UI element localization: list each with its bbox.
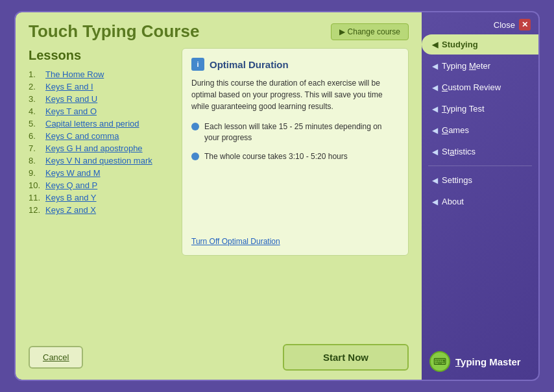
list-item: 7.Keys G H and apostrophe [29, 143, 171, 153]
sidebar-item-statistics[interactable]: ◀ Statistics [422, 141, 538, 162]
nav-label-settings: Settings [442, 175, 472, 185]
sidebar-item-games[interactable]: ◀ Games [422, 120, 538, 140]
chevron-left-icon: ◀ [432, 176, 438, 185]
lesson-link-3[interactable]: Keys R and U [45, 94, 97, 104]
nav-label-about: About [442, 197, 464, 206]
list-item: 1.The Home Row [29, 69, 171, 79]
list-item: 3.Keys R and U [29, 94, 171, 104]
nav-label-typing-test: Typing Test [442, 104, 485, 114]
lessons-panel: Lessons 1.The Home Row 2.Keys E and I 3.… [29, 48, 171, 331]
lesson-link-11[interactable]: Keys B and Y [45, 193, 97, 202]
chevron-left-icon: ◀ [432, 126, 438, 135]
lesson-link-5[interactable]: Capital letters and period [45, 119, 139, 129]
turn-off-link[interactable]: Turn Off Optimal Duration [191, 237, 399, 246]
info-bullets: Each lesson will take 15 - 25 minutes de… [191, 121, 399, 162]
info-panel-header: i Optimal Duration [191, 58, 399, 71]
lesson-link-4[interactable]: Keys T and O [45, 106, 97, 116]
lesson-link-7[interactable]: Keys G H and apostrophe [45, 143, 143, 153]
lessons-list: 1.The Home Row 2.Keys E and I 3.Keys R a… [29, 69, 171, 215]
lesson-link-6[interactable]: Keys C and comma [45, 131, 119, 141]
nav-label-studying: Studying [442, 40, 478, 49]
main-header: Touch Typing Course ▶ Change course [16, 12, 422, 48]
app-title: Touch Typing Course [29, 21, 199, 42]
lesson-link-2[interactable]: Keys E and I [45, 82, 93, 92]
nav-label-typing-meter: Typing Meter [442, 61, 490, 71]
sidebar-item-custom-review[interactable]: ◀ Custom Review [422, 77, 538, 97]
sidebar-item-studying[interactable]: ◀ Studying [422, 34, 538, 55]
typing-master-logo: Typing Master [429, 351, 521, 372]
close-button[interactable]: ✕ [519, 19, 531, 31]
sidebar-close-area: Close ✕ [422, 12, 538, 34]
info-bullet-2: The whole course takes 3:10 - 5:20 hours [191, 151, 399, 162]
content-area: Lessons 1.The Home Row 2.Keys E and I 3.… [16, 48, 422, 337]
nav-label-statistics: Statistics [442, 147, 476, 156]
change-course-button[interactable]: ▶ Change course [331, 23, 409, 40]
list-item: 9.Keys W and M [29, 168, 171, 178]
info-description: During this course the duration of each … [191, 77, 399, 112]
lesson-link-8[interactable]: Keys V N and question mark [45, 156, 152, 165]
list-item: 11.Keys B and Y [29, 193, 171, 202]
list-item: 12.Keys Z and X [29, 205, 171, 215]
info-panel: i Optimal Duration During this course th… [182, 48, 409, 256]
bullet-text-2: The whole course takes 3:10 - 5:20 hours [204, 151, 348, 162]
bullet-text-1: Each lesson will take 15 - 25 minutes de… [204, 121, 399, 143]
cancel-label: Cancel [43, 352, 69, 362]
list-item: 10.Keys Q and P [29, 180, 171, 190]
lesson-link-12[interactable]: Keys Z and X [45, 205, 96, 215]
bullet-dot-1 [191, 123, 199, 130]
list-item: 6.Keys C and comma [29, 131, 171, 141]
info-icon: i [191, 58, 204, 71]
sidebar-item-typing-meter[interactable]: ◀ Typing Meter [422, 56, 538, 76]
sidebar-nav: ◀ Studying ◀ Typing Meter ◀ Custom Revie… [422, 34, 538, 343]
app-window: Touch Typing Course ▶ Change course Less… [14, 11, 540, 381]
logo-icon [429, 351, 450, 372]
sidebar-item-settings[interactable]: ◀ Settings [422, 170, 538, 190]
chevron-left-icon: ◀ [432, 83, 438, 92]
info-bullet-1: Each lesson will take 15 - 25 minutes de… [191, 121, 399, 143]
chevron-left-icon: ◀ [432, 147, 438, 156]
nav-divider [428, 165, 532, 166]
nav-label-games: Games [442, 125, 469, 135]
nav-label-custom-review: Custom Review [442, 82, 501, 92]
list-item: 5.Capital letters and period [29, 119, 171, 129]
close-label: Close [494, 20, 515, 30]
lessons-title: Lessons [29, 48, 171, 63]
chevron-left-icon: ◀ [432, 40, 438, 49]
sidebar-item-typing-test[interactable]: ◀ Typing Test [422, 99, 538, 119]
lesson-link-9[interactable]: Keys W and M [45, 168, 101, 178]
lesson-link-10[interactable]: Keys Q and P [45, 180, 97, 190]
logo-text: Typing Master [455, 356, 521, 367]
sidebar-item-about[interactable]: ◀ About [422, 191, 538, 212]
lesson-link-1[interactable]: The Home Row [45, 69, 104, 79]
bullet-dot-2 [191, 153, 199, 160]
chevron-left-icon: ◀ [432, 62, 438, 71]
start-now-button[interactable]: Start Now [283, 344, 409, 371]
chevron-left-icon: ◀ [432, 197, 438, 206]
main-panel: Touch Typing Course ▶ Change course Less… [16, 12, 422, 380]
bottom-bar: Cancel Start Now [16, 337, 422, 380]
cancel-button[interactable]: Cancel [29, 346, 83, 369]
info-panel-title: Optimal Duration [210, 59, 289, 70]
chevron-left-icon: ◀ [432, 104, 438, 114]
list-item: 4.Keys T and O [29, 106, 171, 116]
sidebar-bottom: Typing Master [422, 343, 538, 380]
sidebar: Close ✕ ◀ Studying ◀ Typing Meter ◀ Cust… [422, 12, 538, 380]
list-item: 8.Keys V N and question mark [29, 156, 171, 165]
list-item: 2.Keys E and I [29, 82, 171, 92]
